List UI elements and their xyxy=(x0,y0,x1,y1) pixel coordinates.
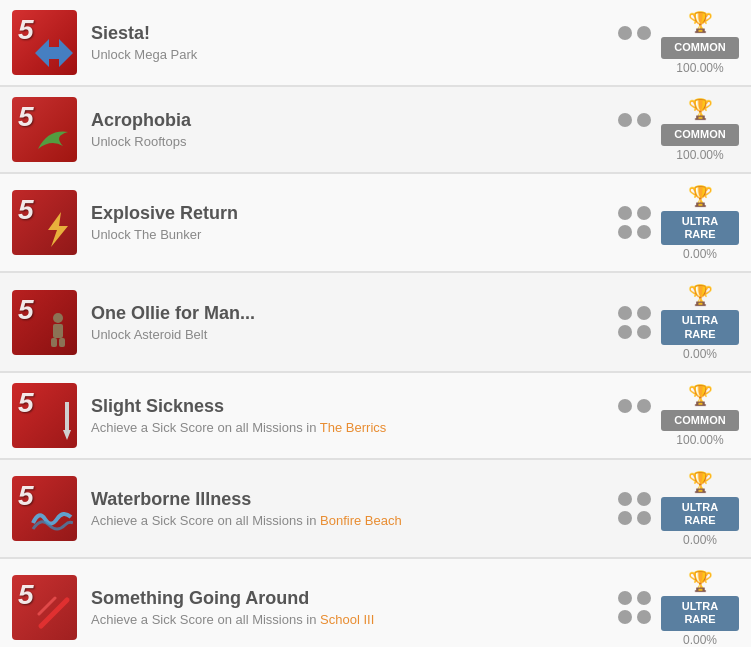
achievement-row-waterborne[interactable]: 5 Waterborne Illness Achieve a Sick Scor… xyxy=(0,460,751,559)
dot xyxy=(618,610,632,624)
achievement-info: Slight Sickness Achieve a Sick Score on … xyxy=(91,396,618,435)
trophy-icon: 🏆 xyxy=(688,569,713,593)
dot xyxy=(618,399,632,413)
achievement-badge: 🏆 COMMON 100.00% xyxy=(661,97,739,161)
achievement-row-siesta[interactable]: 5 Siesta! Unlock Mega Park 🏆 COMMON 100.… xyxy=(0,0,751,87)
achievement-desc: Achieve a Sick Score on all Missions in … xyxy=(91,612,618,627)
icon-shape xyxy=(33,124,73,158)
achievement-badge: 🏆 ULTRA RARE 0.00% xyxy=(661,184,739,261)
rarity-percent: 100.00% xyxy=(676,433,723,447)
achievement-dots xyxy=(618,113,651,146)
rarity-label: COMMON xyxy=(661,37,739,58)
achievement-desc: Unlock Asteroid Belt xyxy=(91,327,618,342)
dot xyxy=(637,511,651,525)
svg-point-2 xyxy=(53,313,63,323)
trophy-icon: 🏆 xyxy=(688,383,713,407)
achievement-dots xyxy=(618,206,651,239)
icon-number: 5 xyxy=(18,194,34,226)
rarity-percent: 100.00% xyxy=(676,61,723,75)
highlight-text: School III xyxy=(320,612,374,627)
achievement-desc: Achieve a Sick Score on all Missions in … xyxy=(91,513,618,528)
dot xyxy=(618,492,632,506)
achievement-dots xyxy=(618,492,651,525)
dot xyxy=(618,225,632,239)
rarity-percent: 0.00% xyxy=(683,247,717,261)
rarity-percent: 0.00% xyxy=(683,633,717,647)
trophy-icon: 🏆 xyxy=(688,10,713,34)
achievement-desc: Unlock Mega Park xyxy=(91,47,618,62)
achievement-row-acrophobia[interactable]: 5 Acrophobia Unlock Rooftops 🏆 COMMON 10… xyxy=(0,87,751,174)
highlight-text: Bonfire Beach xyxy=(320,513,402,528)
svg-marker-0 xyxy=(35,39,73,67)
trophy-icon: 🏆 xyxy=(688,184,713,208)
icon-number: 5 xyxy=(18,294,34,326)
achievement-icon-waterborne: 5 xyxy=(12,476,77,541)
icon-number: 5 xyxy=(18,579,34,611)
icon-number: 5 xyxy=(18,14,34,46)
highlight-text: The Berrics xyxy=(320,420,386,435)
dot xyxy=(637,399,651,413)
achievement-title: Waterborne Illness xyxy=(91,489,618,510)
achievement-desc: Achieve a Sick Score on all Missions in … xyxy=(91,420,618,435)
achievement-icon-ollie: 5 xyxy=(12,290,77,355)
dot xyxy=(637,225,651,239)
achievement-info: One Ollie for Man... Unlock Asteroid Bel… xyxy=(91,303,618,342)
rarity-label: ULTRA RARE xyxy=(661,211,739,245)
dot xyxy=(637,206,651,220)
svg-rect-3 xyxy=(53,324,63,338)
icon-shape xyxy=(61,402,73,444)
dot xyxy=(618,511,632,525)
achievement-info: Acrophobia Unlock Rooftops xyxy=(91,110,618,149)
dot xyxy=(618,113,632,127)
dot xyxy=(637,26,651,40)
achievement-row-something[interactable]: 5 Something Going Around Achieve a Sick … xyxy=(0,559,751,647)
achievement-icon-acrophobia: 5 xyxy=(12,97,77,162)
achievement-dots xyxy=(618,591,651,624)
icon-number: 5 xyxy=(18,387,34,419)
achievement-badge: 🏆 ULTRA RARE 0.00% xyxy=(661,283,739,360)
dot xyxy=(618,591,632,605)
achievement-title: Something Going Around xyxy=(91,588,618,609)
dot xyxy=(637,306,651,320)
achievement-row-ollie[interactable]: 5 One Ollie for Man... Unlock Asteroid B… xyxy=(0,273,751,372)
achievement-icon-slight: 5 xyxy=(12,383,77,448)
achievement-row-explosive[interactable]: 5 Explosive Return Unlock The Bunker 🏆 U… xyxy=(0,174,751,273)
achievement-dots xyxy=(618,306,651,339)
achievement-desc: Unlock Rooftops xyxy=(91,134,618,149)
icon-shape xyxy=(35,594,73,636)
dot xyxy=(637,325,651,339)
trophy-icon: 🏆 xyxy=(688,97,713,121)
achievement-title: One Ollie for Man... xyxy=(91,303,618,324)
achievement-title: Explosive Return xyxy=(91,203,618,224)
rarity-percent: 0.00% xyxy=(683,533,717,547)
achievement-info: Explosive Return Unlock The Bunker xyxy=(91,203,618,242)
achievement-desc: Unlock The Bunker xyxy=(91,227,618,242)
dot xyxy=(637,113,651,127)
icon-number: 5 xyxy=(18,101,34,133)
icon-shape xyxy=(35,39,73,71)
achievement-title: Slight Sickness xyxy=(91,396,618,417)
rarity-percent: 0.00% xyxy=(683,347,717,361)
svg-line-8 xyxy=(41,600,67,626)
achievement-badge: 🏆 COMMON 100.00% xyxy=(661,383,739,447)
trophy-icon: 🏆 xyxy=(688,283,713,307)
dot xyxy=(618,206,632,220)
achievement-row-slight[interactable]: 5 Slight Sickness Achieve a Sick Score o… xyxy=(0,373,751,460)
dot xyxy=(637,492,651,506)
achievement-title: Acrophobia xyxy=(91,110,618,131)
rarity-label: COMMON xyxy=(661,124,739,145)
trophy-icon: 🏆 xyxy=(688,470,713,494)
achievement-badge: 🏆 COMMON 100.00% xyxy=(661,10,739,74)
svg-marker-7 xyxy=(63,430,71,440)
achievement-info: Something Going Around Achieve a Sick Sc… xyxy=(91,588,618,627)
achievement-list: 5 Siesta! Unlock Mega Park 🏆 COMMON 100.… xyxy=(0,0,751,647)
achievement-title: Siesta! xyxy=(91,23,618,44)
achievement-icon-something: 5 xyxy=(12,575,77,640)
svg-rect-6 xyxy=(65,402,69,430)
rarity-label: COMMON xyxy=(661,410,739,431)
rarity-label: ULTRA RARE xyxy=(661,497,739,531)
svg-rect-4 xyxy=(51,338,57,347)
dot xyxy=(618,306,632,320)
achievement-badge: 🏆 ULTRA RARE 0.00% xyxy=(661,569,739,646)
rarity-percent: 100.00% xyxy=(676,148,723,162)
